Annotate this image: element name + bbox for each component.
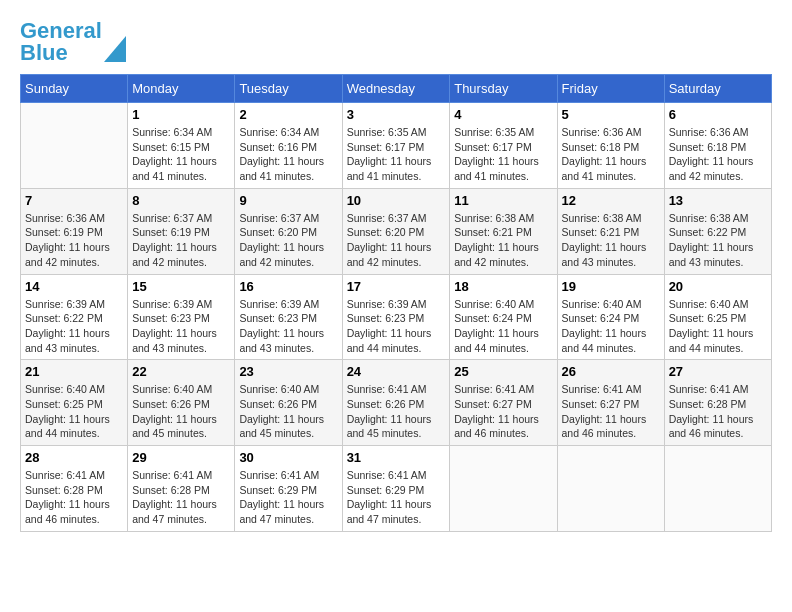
day-number: 30: [239, 450, 337, 465]
day-number: 10: [347, 193, 446, 208]
day-number: 13: [669, 193, 767, 208]
day-info: Sunrise: 6:40 AMSunset: 6:25 PMDaylight:…: [669, 297, 767, 356]
weekday-header-cell: Friday: [557, 75, 664, 103]
day-info: Sunrise: 6:40 AMSunset: 6:24 PMDaylight:…: [454, 297, 552, 356]
day-number: 2: [239, 107, 337, 122]
day-info: Sunrise: 6:36 AMSunset: 6:18 PMDaylight:…: [562, 125, 660, 184]
day-number: 6: [669, 107, 767, 122]
logo-text: GeneralBlue: [20, 20, 102, 64]
day-number: 5: [562, 107, 660, 122]
day-number: 14: [25, 279, 123, 294]
day-info: Sunrise: 6:36 AMSunset: 6:18 PMDaylight:…: [669, 125, 767, 184]
day-info: Sunrise: 6:40 AMSunset: 6:26 PMDaylight:…: [132, 382, 230, 441]
calendar-day-cell: 27Sunrise: 6:41 AMSunset: 6:28 PMDayligh…: [664, 360, 771, 446]
weekday-header-cell: Thursday: [450, 75, 557, 103]
day-number: 12: [562, 193, 660, 208]
calendar-day-cell: 9Sunrise: 6:37 AMSunset: 6:20 PMDaylight…: [235, 188, 342, 274]
calendar-day-cell: 6Sunrise: 6:36 AMSunset: 6:18 PMDaylight…: [664, 103, 771, 189]
day-number: 8: [132, 193, 230, 208]
page-header: GeneralBlue: [20, 20, 772, 64]
calendar-day-cell: 26Sunrise: 6:41 AMSunset: 6:27 PMDayligh…: [557, 360, 664, 446]
day-info: Sunrise: 6:35 AMSunset: 6:17 PMDaylight:…: [454, 125, 552, 184]
day-info: Sunrise: 6:39 AMSunset: 6:23 PMDaylight:…: [347, 297, 446, 356]
day-info: Sunrise: 6:39 AMSunset: 6:23 PMDaylight:…: [239, 297, 337, 356]
day-info: Sunrise: 6:40 AMSunset: 6:25 PMDaylight:…: [25, 382, 123, 441]
day-info: Sunrise: 6:34 AMSunset: 6:16 PMDaylight:…: [239, 125, 337, 184]
day-info: Sunrise: 6:41 AMSunset: 6:28 PMDaylight:…: [669, 382, 767, 441]
day-info: Sunrise: 6:38 AMSunset: 6:22 PMDaylight:…: [669, 211, 767, 270]
day-number: 19: [562, 279, 660, 294]
calendar-day-cell: 30Sunrise: 6:41 AMSunset: 6:29 PMDayligh…: [235, 446, 342, 532]
calendar-day-cell: 14Sunrise: 6:39 AMSunset: 6:22 PMDayligh…: [21, 274, 128, 360]
calendar-day-cell: 29Sunrise: 6:41 AMSunset: 6:28 PMDayligh…: [128, 446, 235, 532]
day-number: 4: [454, 107, 552, 122]
logo-icon: [104, 36, 126, 62]
calendar-day-cell: [664, 446, 771, 532]
day-number: 16: [239, 279, 337, 294]
day-info: Sunrise: 6:41 AMSunset: 6:27 PMDaylight:…: [454, 382, 552, 441]
weekday-header-row: SundayMondayTuesdayWednesdayThursdayFrid…: [21, 75, 772, 103]
day-number: 7: [25, 193, 123, 208]
calendar-day-cell: [21, 103, 128, 189]
weekday-header-cell: Tuesday: [235, 75, 342, 103]
day-info: Sunrise: 6:37 AMSunset: 6:19 PMDaylight:…: [132, 211, 230, 270]
day-number: 11: [454, 193, 552, 208]
day-number: 29: [132, 450, 230, 465]
calendar-day-cell: 4Sunrise: 6:35 AMSunset: 6:17 PMDaylight…: [450, 103, 557, 189]
day-number: 31: [347, 450, 446, 465]
day-info: Sunrise: 6:41 AMSunset: 6:29 PMDaylight:…: [239, 468, 337, 527]
weekday-header-cell: Saturday: [664, 75, 771, 103]
day-info: Sunrise: 6:38 AMSunset: 6:21 PMDaylight:…: [454, 211, 552, 270]
day-info: Sunrise: 6:40 AMSunset: 6:26 PMDaylight:…: [239, 382, 337, 441]
day-info: Sunrise: 6:39 AMSunset: 6:23 PMDaylight:…: [132, 297, 230, 356]
day-number: 27: [669, 364, 767, 379]
day-info: Sunrise: 6:41 AMSunset: 6:28 PMDaylight:…: [132, 468, 230, 527]
day-number: 22: [132, 364, 230, 379]
calendar-day-cell: 7Sunrise: 6:36 AMSunset: 6:19 PMDaylight…: [21, 188, 128, 274]
calendar-day-cell: 19Sunrise: 6:40 AMSunset: 6:24 PMDayligh…: [557, 274, 664, 360]
calendar-day-cell: 17Sunrise: 6:39 AMSunset: 6:23 PMDayligh…: [342, 274, 450, 360]
calendar-day-cell: 2Sunrise: 6:34 AMSunset: 6:16 PMDaylight…: [235, 103, 342, 189]
calendar-day-cell: 1Sunrise: 6:34 AMSunset: 6:15 PMDaylight…: [128, 103, 235, 189]
day-info: Sunrise: 6:40 AMSunset: 6:24 PMDaylight:…: [562, 297, 660, 356]
svg-marker-0: [104, 36, 126, 62]
day-number: 9: [239, 193, 337, 208]
day-info: Sunrise: 6:34 AMSunset: 6:15 PMDaylight:…: [132, 125, 230, 184]
weekday-header-cell: Sunday: [21, 75, 128, 103]
day-number: 23: [239, 364, 337, 379]
calendar-week-row: 21Sunrise: 6:40 AMSunset: 6:25 PMDayligh…: [21, 360, 772, 446]
calendar-day-cell: 5Sunrise: 6:36 AMSunset: 6:18 PMDaylight…: [557, 103, 664, 189]
calendar-week-row: 1Sunrise: 6:34 AMSunset: 6:15 PMDaylight…: [21, 103, 772, 189]
weekday-header-cell: Wednesday: [342, 75, 450, 103]
calendar-day-cell: 3Sunrise: 6:35 AMSunset: 6:17 PMDaylight…: [342, 103, 450, 189]
day-info: Sunrise: 6:35 AMSunset: 6:17 PMDaylight:…: [347, 125, 446, 184]
calendar-day-cell: 23Sunrise: 6:40 AMSunset: 6:26 PMDayligh…: [235, 360, 342, 446]
calendar-day-cell: 11Sunrise: 6:38 AMSunset: 6:21 PMDayligh…: [450, 188, 557, 274]
day-number: 24: [347, 364, 446, 379]
calendar-day-cell: 31Sunrise: 6:41 AMSunset: 6:29 PMDayligh…: [342, 446, 450, 532]
calendar-day-cell: 10Sunrise: 6:37 AMSunset: 6:20 PMDayligh…: [342, 188, 450, 274]
calendar-day-cell: 8Sunrise: 6:37 AMSunset: 6:19 PMDaylight…: [128, 188, 235, 274]
day-number: 17: [347, 279, 446, 294]
calendar-day-cell: 22Sunrise: 6:40 AMSunset: 6:26 PMDayligh…: [128, 360, 235, 446]
day-number: 1: [132, 107, 230, 122]
day-number: 28: [25, 450, 123, 465]
day-info: Sunrise: 6:41 AMSunset: 6:26 PMDaylight:…: [347, 382, 446, 441]
calendar-day-cell: 15Sunrise: 6:39 AMSunset: 6:23 PMDayligh…: [128, 274, 235, 360]
day-info: Sunrise: 6:41 AMSunset: 6:27 PMDaylight:…: [562, 382, 660, 441]
calendar-day-cell: 28Sunrise: 6:41 AMSunset: 6:28 PMDayligh…: [21, 446, 128, 532]
calendar-week-row: 7Sunrise: 6:36 AMSunset: 6:19 PMDaylight…: [21, 188, 772, 274]
day-number: 3: [347, 107, 446, 122]
calendar-table: SundayMondayTuesdayWednesdayThursdayFrid…: [20, 74, 772, 532]
day-info: Sunrise: 6:41 AMSunset: 6:29 PMDaylight:…: [347, 468, 446, 527]
calendar-week-row: 14Sunrise: 6:39 AMSunset: 6:22 PMDayligh…: [21, 274, 772, 360]
day-number: 21: [25, 364, 123, 379]
calendar-day-cell: [450, 446, 557, 532]
day-number: 15: [132, 279, 230, 294]
calendar-day-cell: 21Sunrise: 6:40 AMSunset: 6:25 PMDayligh…: [21, 360, 128, 446]
calendar-day-cell: 12Sunrise: 6:38 AMSunset: 6:21 PMDayligh…: [557, 188, 664, 274]
calendar-day-cell: 13Sunrise: 6:38 AMSunset: 6:22 PMDayligh…: [664, 188, 771, 274]
day-number: 26: [562, 364, 660, 379]
day-info: Sunrise: 6:39 AMSunset: 6:22 PMDaylight:…: [25, 297, 123, 356]
calendar-day-cell: 24Sunrise: 6:41 AMSunset: 6:26 PMDayligh…: [342, 360, 450, 446]
